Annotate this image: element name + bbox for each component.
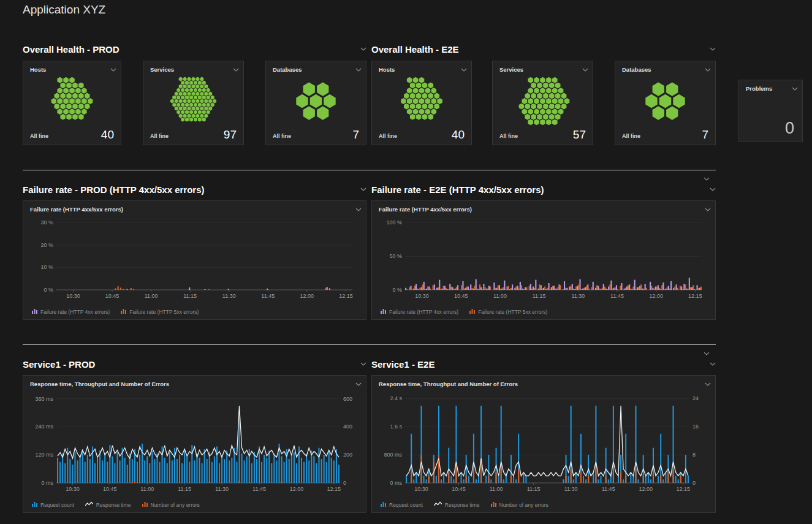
legend-label: Response time — [96, 502, 131, 508]
chevron-down-icon[interactable] — [704, 177, 710, 181]
chevron-down-icon[interactable] — [710, 47, 716, 51]
honeycomb-chart[interactable] — [270, 75, 362, 127]
svg-text:11:15: 11:15 — [533, 293, 546, 299]
chevron-down-icon[interactable] — [355, 382, 362, 386]
tile-header: Failure rate (HTTP 4xx/5xx errors) — [372, 201, 715, 215]
service1-prod-chart-tile[interactable]: Response time, Throughput and Number of … — [23, 375, 366, 513]
tile-title: Failure rate (HTTP 4xx/5xx errors) — [30, 206, 123, 213]
tile-header: Hosts — [23, 61, 121, 75]
legend-item[interactable]: Failure rate (HTTP 5xx errors) — [469, 308, 547, 315]
svg-text:11:15: 11:15 — [183, 293, 197, 299]
section-header-failure-e2e: Failure rate - E2E (HTTP 4xx/5xx errors) — [371, 184, 716, 195]
honeycomb-chart[interactable] — [496, 75, 589, 127]
legend-item[interactable]: Request count — [381, 501, 423, 508]
svg-text:12:00: 12:00 — [649, 293, 663, 299]
chevron-down-icon[interactable] — [792, 87, 798, 91]
chevron-down-icon[interactable] — [582, 68, 588, 72]
legend-item[interactable]: Failure rate (HTTP 5xx errors) — [121, 308, 199, 315]
svg-text:10:45: 10:45 — [103, 486, 117, 492]
svg-text:11:30: 11:30 — [571, 293, 585, 299]
svg-text:10 %: 10 % — [40, 264, 53, 270]
health-tile-e2e-databases[interactable]: Databases All fine 7 — [615, 61, 716, 145]
legend-item[interactable]: Failure rate (HTTP 4xx errors) — [381, 308, 458, 315]
honeycomb-chart[interactable] — [376, 75, 468, 127]
svg-text:400: 400 — [343, 423, 352, 430]
svg-text:11:45: 11:45 — [261, 293, 275, 299]
honeycomb-chart[interactable] — [147, 75, 240, 127]
chart-legend: Failure rate (HTTP 4xx errors) Failure r… — [381, 308, 547, 315]
svg-text:11:45: 11:45 — [252, 486, 266, 492]
bar-series-icon — [491, 501, 496, 508]
chevron-down-icon[interactable] — [461, 68, 467, 72]
svg-text:0 %: 0 % — [392, 287, 402, 293]
health-tile-prod-databases[interactable]: Databases All fine 7 — [265, 61, 366, 145]
failure-rate-e2e-chart[interactable]: 0 %50 %100 %10:3010:4511:0011:1511:3011:… — [377, 216, 710, 301]
svg-text:600: 600 — [343, 396, 352, 402]
legend-item[interactable]: Failure rate (HTTP 4xx errors) — [32, 308, 110, 315]
problems-tile[interactable]: Problems 0 — [738, 80, 803, 142]
svg-text:12:15: 12:15 — [339, 293, 353, 299]
divider-chevron — [704, 347, 710, 358]
tile-header: Databases — [266, 61, 366, 75]
bar-series-icon — [381, 501, 386, 508]
health-tile-prod-hosts[interactable]: Hosts All fine 40 — [23, 61, 121, 145]
svg-text:0: 0 — [692, 480, 696, 486]
chevron-down-icon[interactable] — [360, 188, 366, 191]
status-label: All fine — [379, 133, 397, 142]
chevron-down-icon[interactable] — [710, 188, 716, 191]
bar-series-icon — [32, 308, 37, 315]
svg-text:10:30: 10:30 — [414, 486, 428, 492]
chevron-down-icon[interactable] — [355, 208, 362, 211]
chevron-down-icon[interactable] — [233, 68, 239, 72]
health-tile-e2e-hosts[interactable]: Hosts All fine 40 — [371, 61, 472, 145]
legend-label: Failure rate (HTTP 4xx errors) — [389, 309, 458, 315]
chevron-down-icon[interactable] — [110, 68, 116, 72]
legend-item[interactable]: Request count — [32, 501, 74, 508]
honeycomb-chart[interactable] — [619, 75, 711, 127]
legend-item[interactable]: Response time — [85, 501, 131, 508]
tile-header: Response time, Throughput and Number of … — [23, 376, 366, 389]
chevron-down-icon[interactable] — [704, 352, 710, 355]
svg-text:240 ms: 240 ms — [35, 423, 53, 430]
svg-text:10:30: 10:30 — [66, 486, 80, 492]
svg-text:11:00: 11:00 — [145, 293, 158, 299]
service1-e2e-chart[interactable]: 0 ms800 ms1.6 s2.4 s08162410:3010:4511:0… — [377, 390, 710, 494]
service1-prod-chart[interactable]: 0 ms120 ms240 ms360 ms020040060010:3010:… — [28, 390, 361, 494]
legend-item[interactable]: Number of any errors — [491, 501, 548, 508]
bar-series-icon — [469, 308, 475, 315]
section-header-overall-health-e2e: Overall Health - E2E — [371, 44, 716, 55]
chevron-down-icon[interactable] — [360, 47, 366, 51]
chevron-down-icon[interactable] — [710, 362, 716, 366]
chevron-down-icon[interactable] — [705, 68, 711, 72]
chevron-down-icon[interactable] — [705, 208, 711, 211]
legend-label: Response time — [445, 502, 480, 508]
svg-text:20 %: 20 % — [40, 242, 53, 248]
bar-series-icon — [142, 501, 148, 508]
failure-rate-e2e-chart-tile[interactable]: Failure rate (HTTP 4xx/5xx errors) 0 %50… — [371, 200, 716, 320]
health-tile-prod-services[interactable]: Services All fine 97 — [143, 61, 244, 145]
failure-rate-prod-chart[interactable]: 0 %10 %20 %30 %10:3010:4511:0011:1511:30… — [28, 216, 361, 301]
tile-header: Problems — [739, 80, 802, 94]
legend-item[interactable]: Number of any errors — [142, 501, 200, 508]
status-label: All fine — [30, 133, 48, 142]
service1-e2e-chart-tile[interactable]: Response time, Throughput and Number of … — [371, 375, 716, 513]
svg-text:50 %: 50 % — [389, 253, 402, 259]
legend-item[interactable]: Response time — [434, 501, 480, 508]
svg-text:30 %: 30 % — [40, 219, 53, 226]
chevron-down-icon[interactable] — [705, 382, 711, 386]
tile-header: Services — [493, 61, 593, 75]
failure-rate-prod-chart-tile[interactable]: Failure rate (HTTP 4xx/5xx errors) 0 %10… — [23, 200, 366, 320]
problems-count: 0 — [785, 119, 794, 138]
svg-text:12:15: 12:15 — [677, 486, 691, 492]
svg-text:120 ms: 120 ms — [35, 452, 53, 458]
honeycomb-chart[interactable] — [27, 75, 117, 127]
svg-text:11:30: 11:30 — [215, 486, 229, 492]
chevron-down-icon[interactable] — [355, 68, 362, 72]
svg-text:10:45: 10:45 — [454, 293, 468, 299]
tile-header: Hosts — [372, 61, 471, 75]
entity-count: 97 — [224, 128, 237, 142]
legend-label: Request count — [389, 502, 423, 508]
section-header-service1-e2e: Service1 - E2E — [371, 359, 716, 370]
health-tile-e2e-services[interactable]: Services All fine 57 — [492, 61, 593, 145]
chevron-down-icon[interactable] — [360, 362, 366, 366]
